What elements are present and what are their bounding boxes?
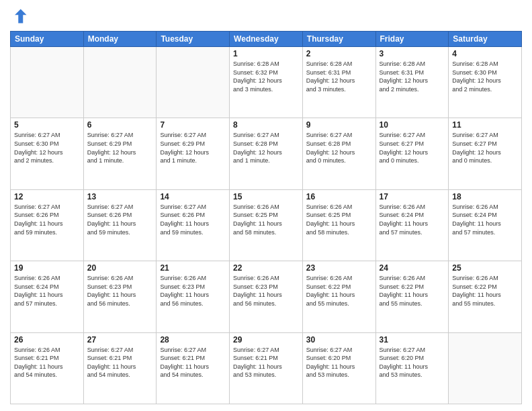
cell-info: Sunrise: 6:26 AM Sunset: 6:24 PM Dayligh… xyxy=(380,203,445,236)
logo xyxy=(10,7,32,26)
calendar-cell: 13Sunrise: 6:27 AM Sunset: 6:26 PM Dayli… xyxy=(83,189,157,261)
day-number: 10 xyxy=(380,120,445,130)
cell-info: Sunrise: 6:26 AM Sunset: 6:23 PM Dayligh… xyxy=(233,274,299,308)
cell-info: Sunrise: 6:27 AM Sunset: 6:26 PM Dayligh… xyxy=(87,203,153,236)
calendar-cell: 24Sunrise: 6:26 AM Sunset: 6:22 PM Dayli… xyxy=(375,261,449,332)
header xyxy=(10,7,522,26)
day-number: 25 xyxy=(452,263,518,273)
calendar-cell: 27Sunrise: 6:27 AM Sunset: 6:21 PM Dayli… xyxy=(83,332,157,404)
calendar-cell: 20Sunrise: 6:26 AM Sunset: 6:23 PM Dayli… xyxy=(83,261,157,332)
week-row-0: 1Sunrise: 6:28 AM Sunset: 6:32 PM Daylig… xyxy=(11,47,522,118)
day-number: 22 xyxy=(233,263,299,273)
calendar-cell: 29Sunrise: 6:27 AM Sunset: 6:21 PM Dayli… xyxy=(230,332,303,404)
weekday-sunday: Sunday xyxy=(11,32,84,47)
cell-info: Sunrise: 6:27 AM Sunset: 6:20 PM Dayligh… xyxy=(306,346,372,379)
calendar-cell: 21Sunrise: 6:26 AM Sunset: 6:23 PM Dayli… xyxy=(157,261,230,332)
day-number: 20 xyxy=(87,263,153,273)
weekday-wednesday: Wednesday xyxy=(230,32,303,47)
cell-info: Sunrise: 6:27 AM Sunset: 6:21 PM Dayligh… xyxy=(87,346,153,379)
day-number: 5 xyxy=(14,120,80,130)
cell-info: Sunrise: 6:27 AM Sunset: 6:26 PM Dayligh… xyxy=(160,203,226,236)
cell-info: Sunrise: 6:28 AM Sunset: 6:30 PM Dayligh… xyxy=(452,60,518,93)
week-row-1: 5Sunrise: 6:27 AM Sunset: 6:30 PM Daylig… xyxy=(11,118,522,189)
day-number: 27 xyxy=(87,335,153,345)
logo-icon xyxy=(10,7,29,26)
cell-info: Sunrise: 6:26 AM Sunset: 6:25 PM Dayligh… xyxy=(306,203,372,236)
calendar-cell: 26Sunrise: 6:26 AM Sunset: 6:21 PM Dayli… xyxy=(11,332,84,404)
calendar-cell: 9Sunrise: 6:27 AM Sunset: 6:28 PM Daylig… xyxy=(302,118,375,189)
weekday-tuesday: Tuesday xyxy=(157,32,230,47)
weekday-thursday: Thursday xyxy=(302,32,375,47)
day-number: 11 xyxy=(452,120,518,130)
cell-info: Sunrise: 6:27 AM Sunset: 6:20 PM Dayligh… xyxy=(380,346,445,379)
cell-info: Sunrise: 6:27 AM Sunset: 6:28 PM Dayligh… xyxy=(306,131,372,165)
cell-info: Sunrise: 6:28 AM Sunset: 6:31 PM Dayligh… xyxy=(380,60,445,93)
calendar-cell: 19Sunrise: 6:26 AM Sunset: 6:24 PM Dayli… xyxy=(11,261,84,332)
cell-info: Sunrise: 6:27 AM Sunset: 6:29 PM Dayligh… xyxy=(87,131,153,165)
calendar-cell: 1Sunrise: 6:28 AM Sunset: 6:32 PM Daylig… xyxy=(230,47,303,118)
calendar-cell: 5Sunrise: 6:27 AM Sunset: 6:30 PM Daylig… xyxy=(11,118,84,189)
day-number: 3 xyxy=(380,49,445,58)
cell-info: Sunrise: 6:27 AM Sunset: 6:26 PM Dayligh… xyxy=(14,203,80,236)
calendar-cell: 30Sunrise: 6:27 AM Sunset: 6:20 PM Dayli… xyxy=(302,332,375,404)
cell-info: Sunrise: 6:27 AM Sunset: 6:27 PM Dayligh… xyxy=(380,131,445,165)
calendar-cell: 4Sunrise: 6:28 AM Sunset: 6:30 PM Daylig… xyxy=(449,47,522,118)
day-number: 31 xyxy=(380,335,445,345)
page: SundayMondayTuesdayWednesdayThursdayFrid… xyxy=(0,0,532,411)
day-number: 29 xyxy=(233,335,299,345)
cell-info: Sunrise: 6:26 AM Sunset: 6:22 PM Dayligh… xyxy=(306,274,372,308)
day-number: 19 xyxy=(14,263,80,273)
calendar-cell: 3Sunrise: 6:28 AM Sunset: 6:31 PM Daylig… xyxy=(375,47,449,118)
calendar-cell: 10Sunrise: 6:27 AM Sunset: 6:27 PM Dayli… xyxy=(375,118,449,189)
cell-info: Sunrise: 6:27 AM Sunset: 6:21 PM Dayligh… xyxy=(160,346,226,379)
calendar-cell: 15Sunrise: 6:26 AM Sunset: 6:25 PM Dayli… xyxy=(230,189,303,261)
calendar-cell: 17Sunrise: 6:26 AM Sunset: 6:24 PM Dayli… xyxy=(375,189,449,261)
cell-info: Sunrise: 6:28 AM Sunset: 6:32 PM Dayligh… xyxy=(233,60,299,93)
cell-info: Sunrise: 6:27 AM Sunset: 6:28 PM Dayligh… xyxy=(233,131,299,165)
cell-info: Sunrise: 6:27 AM Sunset: 6:21 PM Dayligh… xyxy=(233,346,299,379)
calendar-cell xyxy=(449,332,522,404)
day-number: 13 xyxy=(87,192,153,201)
day-number: 24 xyxy=(380,263,445,273)
weekday-saturday: Saturday xyxy=(449,32,522,47)
calendar-cell: 8Sunrise: 6:27 AM Sunset: 6:28 PM Daylig… xyxy=(230,118,303,189)
cell-info: Sunrise: 6:26 AM Sunset: 6:21 PM Dayligh… xyxy=(14,346,80,379)
cell-info: Sunrise: 6:27 AM Sunset: 6:29 PM Dayligh… xyxy=(160,131,226,165)
day-number: 21 xyxy=(160,263,226,273)
day-number: 8 xyxy=(233,120,299,130)
day-number: 2 xyxy=(306,49,372,58)
calendar-cell: 2Sunrise: 6:28 AM Sunset: 6:31 PM Daylig… xyxy=(302,47,375,118)
day-number: 23 xyxy=(306,263,372,273)
day-number: 1 xyxy=(233,49,299,58)
cell-info: Sunrise: 6:27 AM Sunset: 6:30 PM Dayligh… xyxy=(14,131,80,165)
cell-info: Sunrise: 6:27 AM Sunset: 6:27 PM Dayligh… xyxy=(452,131,518,165)
calendar-table: SundayMondayTuesdayWednesdayThursdayFrid… xyxy=(10,31,522,404)
cell-info: Sunrise: 6:26 AM Sunset: 6:24 PM Dayligh… xyxy=(14,274,80,308)
calendar-cell: 25Sunrise: 6:26 AM Sunset: 6:22 PM Dayli… xyxy=(449,261,522,332)
cell-info: Sunrise: 6:26 AM Sunset: 6:23 PM Dayligh… xyxy=(87,274,153,308)
cell-info: Sunrise: 6:26 AM Sunset: 6:23 PM Dayligh… xyxy=(160,274,226,308)
day-number: 9 xyxy=(306,120,372,130)
day-number: 30 xyxy=(306,335,372,345)
day-number: 26 xyxy=(14,335,80,345)
cell-info: Sunrise: 6:28 AM Sunset: 6:31 PM Dayligh… xyxy=(306,60,372,93)
week-row-2: 12Sunrise: 6:27 AM Sunset: 6:26 PM Dayli… xyxy=(11,189,522,261)
day-number: 7 xyxy=(160,120,226,130)
day-number: 14 xyxy=(160,192,226,201)
calendar-cell: 22Sunrise: 6:26 AM Sunset: 6:23 PM Dayli… xyxy=(230,261,303,332)
cell-info: Sunrise: 6:26 AM Sunset: 6:22 PM Dayligh… xyxy=(380,274,445,308)
day-number: 12 xyxy=(14,192,80,201)
calendar-cell: 14Sunrise: 6:27 AM Sunset: 6:26 PM Dayli… xyxy=(157,189,230,261)
cell-info: Sunrise: 6:26 AM Sunset: 6:25 PM Dayligh… xyxy=(233,203,299,236)
calendar-cell: 16Sunrise: 6:26 AM Sunset: 6:25 PM Dayli… xyxy=(302,189,375,261)
day-number: 28 xyxy=(160,335,226,345)
day-number: 18 xyxy=(452,192,518,201)
calendar-cell: 28Sunrise: 6:27 AM Sunset: 6:21 PM Dayli… xyxy=(157,332,230,404)
calendar-cell: 11Sunrise: 6:27 AM Sunset: 6:27 PM Dayli… xyxy=(449,118,522,189)
day-number: 6 xyxy=(87,120,153,130)
calendar-cell xyxy=(157,47,230,118)
calendar-cell: 12Sunrise: 6:27 AM Sunset: 6:26 PM Dayli… xyxy=(11,189,84,261)
cell-info: Sunrise: 6:26 AM Sunset: 6:22 PM Dayligh… xyxy=(452,274,518,308)
calendar-cell: 18Sunrise: 6:26 AM Sunset: 6:24 PM Dayli… xyxy=(449,189,522,261)
day-number: 4 xyxy=(452,49,518,58)
